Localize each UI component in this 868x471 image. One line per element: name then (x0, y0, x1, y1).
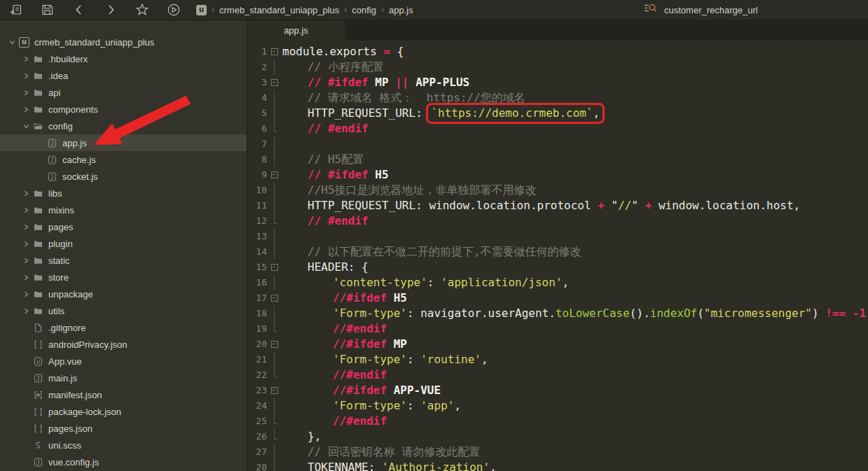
chevron-down-icon[interactable] (7, 37, 18, 47)
chevron-right-icon[interactable] (21, 255, 32, 265)
code-line[interactable]: 22//#endif (247, 367, 868, 383)
code-line[interactable]: 9// #ifdef H5 (247, 167, 868, 183)
search-box[interactable]: customer_recharge_url (643, 0, 758, 20)
code-line[interactable]: 25//#endif (247, 414, 868, 429)
tree-item-store[interactable]: store (0, 269, 247, 286)
code-line[interactable]: 14// 以下配置在不做二开的前提下,不需要做任何的修改 (247, 244, 868, 260)
tree-item-uni.scss[interactable]: uni.scss (0, 437, 247, 454)
save-button[interactable] (32, 0, 63, 20)
chevron-right-icon[interactable] (21, 87, 32, 97)
new-project-button[interactable] (0, 0, 32, 20)
code-line[interactable]: 2// 小程序配置 (247, 59, 868, 75)
tree-item-label: manifest.json (48, 390, 102, 400)
code-text: //H5接口是浏览器地址，非单独部署不用修改 (282, 183, 537, 198)
tree-item-crmeb_standard_uniapp_plus[interactable]: ucrmeb_standard_uniapp_plus (0, 34, 247, 50)
code-line[interactable]: 20//#ifdef MP (247, 337, 868, 352)
chevron-right-icon[interactable] (21, 272, 32, 282)
code-line[interactable]: 21'Form-type': 'routine', (247, 352, 868, 367)
code-line[interactable]: 15HEADER: { (247, 260, 868, 275)
json-file-icon (32, 407, 45, 416)
fold-toggle-icon[interactable] (270, 290, 279, 306)
code-line[interactable]: 7 (247, 136, 868, 152)
code-token: ( (697, 307, 704, 320)
tree-item-utils[interactable]: utils (0, 302, 247, 319)
tree-item-.idea[interactable]: .idea (0, 67, 247, 84)
tree-item-config[interactable]: config (0, 118, 247, 134)
code-line[interactable]: 16'content-type': 'application/json', (247, 275, 868, 290)
tree-item-package-lock.json[interactable]: package-lock.json (0, 403, 247, 420)
code-token: HTTP_REQUEST_URL: window.location.protoc… (308, 199, 598, 212)
tree-item-pages[interactable]: pages (0, 218, 247, 235)
code-line[interactable]: 3// #ifdef MP || APP-PLUS (247, 75, 868, 90)
fold-toggle-icon[interactable] (270, 44, 279, 59)
chevron-right-icon[interactable] (21, 239, 32, 248)
tree-item-main.js[interactable]: Jmain.js (0, 370, 247, 386)
code-line[interactable]: 19//#endif (247, 321, 868, 337)
code-line[interactable]: 11HTTP_REQUEST_URL: window.location.prot… (247, 198, 868, 213)
run-button[interactable] (158, 0, 189, 20)
tree-item-app.js[interactable]: Japp.js (0, 134, 247, 151)
code-token: : (427, 276, 441, 289)
tree-item-App.vue[interactable]: VApp.vue (0, 353, 247, 370)
tree-item-label: socket.js (62, 171, 98, 182)
tree-item-libs[interactable]: libs (0, 185, 247, 202)
breadcrumb-item[interactable]: app.js (389, 5, 413, 15)
breadcrumb-item[interactable]: config (352, 5, 376, 15)
line-number: 14 (247, 244, 267, 260)
code-line[interactable]: 18'Form-type': navigator.userAgent.toLow… (247, 306, 868, 321)
back-button[interactable] (63, 0, 95, 20)
tree-item-.gitignore[interactable]: .gitignore (0, 319, 247, 336)
forward-button[interactable] (95, 0, 126, 20)
code-token: { (390, 45, 404, 58)
breadcrumb-item[interactable]: crmeb_standard_uniapp_plus (219, 5, 339, 15)
tree-item-vue.config.js[interactable]: Jvue.config.js (0, 454, 247, 470)
fold-toggle-icon[interactable] (270, 75, 279, 90)
search-input[interactable]: customer_recharge_url (664, 5, 758, 15)
code-line[interactable]: 1module.exports = { (247, 44, 868, 59)
fold-toggle-icon[interactable] (270, 260, 279, 275)
fold-toggle-icon[interactable] (270, 337, 279, 352)
editor-pane[interactable]: app.js 1module.exports = {2// 小程序配置3// #… (247, 20, 868, 471)
chevron-right-icon[interactable] (21, 205, 32, 215)
code-line[interactable]: 17//#ifdef H5 (247, 290, 868, 306)
code-line[interactable]: 13 (247, 229, 868, 244)
chevron-right-icon[interactable] (21, 104, 32, 114)
fold-toggle-icon[interactable] (270, 383, 279, 398)
tree-item-socket.js[interactable]: Jsocket.js (0, 168, 247, 185)
favorite-button[interactable] (126, 0, 158, 20)
tree-item-plugin[interactable]: plugin (0, 235, 247, 252)
fold-toggle-icon[interactable] (270, 167, 279, 183)
tree-item-pages.json[interactable]: pages.json (0, 420, 247, 437)
tree-item-static[interactable]: static (0, 252, 247, 269)
code-line[interactable]: 8// H5配置 (247, 152, 868, 167)
chevron-right-icon[interactable] (21, 54, 32, 64)
code-line[interactable]: 12// #endif (247, 213, 868, 229)
code-line[interactable]: 23//#ifdef APP-VUE (247, 383, 868, 398)
tree-item-unpackage[interactable]: unpackage (0, 286, 247, 302)
tree-item-components[interactable]: components (0, 101, 247, 118)
chevron-right-icon[interactable] (21, 306, 32, 316)
folder-icon (32, 256, 45, 265)
tree-item-mixins[interactable]: mixins (0, 202, 247, 218)
svg-text:V: V (36, 358, 41, 365)
chevron-right-icon[interactable] (21, 188, 32, 198)
code-line[interactable]: 26}, (247, 429, 868, 444)
chevron-right-icon[interactable] (21, 71, 32, 80)
tree-item-cache.js[interactable]: Jcache.js (0, 151, 247, 168)
tree-item-.hbuilderx[interactable]: .hbuilderx (0, 50, 247, 67)
chevron-right-icon[interactable] (21, 222, 32, 232)
code-line[interactable]: 27// 回话密钥名称 请勿修改此配置 (247, 444, 868, 460)
tree-item-api[interactable]: api (0, 84, 247, 101)
tree-item-manifest.json[interactable]: manifest.json (0, 386, 247, 403)
chevron-down-icon[interactable] (21, 121, 32, 131)
chevron-right-icon[interactable] (21, 289, 32, 299)
tab-app.js[interactable]: app.js (247, 20, 345, 41)
svg-text:J: J (50, 157, 54, 163)
code-line[interactable]: 10//H5接口是浏览器地址，非单独部署不用修改 (247, 183, 868, 198)
code-line[interactable]: 28TOKENNAME: 'Authori-zation', (247, 460, 868, 471)
code-text: module.exports = { (282, 44, 404, 59)
code-line[interactable]: 24'Form-type': 'app', (247, 398, 868, 414)
code-line[interactable]: 5HTTP_REQUEST_URL: `https://demo.crmeb.c… (247, 106, 868, 121)
tree-item-androidPrivacy.json[interactable]: androidPrivacy.json (0, 336, 247, 353)
code-area[interactable]: 1module.exports = {2// 小程序配置3// #ifdef M… (247, 41, 868, 471)
